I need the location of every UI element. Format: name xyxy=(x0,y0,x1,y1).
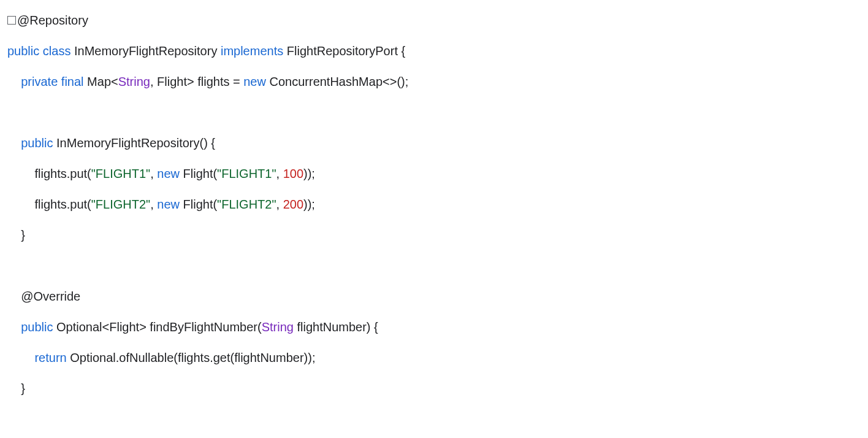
kw-private: private xyxy=(21,75,58,88)
kw-public: public xyxy=(21,136,53,150)
indent xyxy=(7,351,34,364)
num-200: 200 xyxy=(283,198,303,211)
put2-mid: , xyxy=(150,198,157,211)
put2-suffix: )); xyxy=(303,198,315,211)
brace-close: } xyxy=(21,382,25,395)
copy-icon[interactable] xyxy=(7,16,16,25)
put1-suffix: )); xyxy=(303,167,315,180)
brace: { xyxy=(208,136,215,150)
ctor-name: InMemoryFlightRepository() xyxy=(56,136,208,150)
indent xyxy=(7,198,34,211)
str-flight1b: "FLIGHT1" xyxy=(217,167,276,180)
class-name: InMemoryFlightRepository xyxy=(74,44,217,58)
map-decl-mid: , Flight> flights = xyxy=(150,75,243,88)
str-flight2: "FLIGHT2" xyxy=(91,198,150,211)
str-flight1: "FLIGHT1" xyxy=(91,167,150,180)
indent xyxy=(7,75,21,88)
kw-class: class xyxy=(43,44,71,58)
str-flight2b: "FLIGHT2" xyxy=(217,198,276,211)
annotation-override: @Override xyxy=(21,290,80,303)
comma: , xyxy=(276,198,283,211)
annotation-repository: @Repository xyxy=(17,13,88,27)
method-param-name: flightNumber) { xyxy=(294,320,378,334)
put1-mid: , xyxy=(150,167,157,180)
num-100: 100 xyxy=(283,167,303,180)
indent xyxy=(7,167,34,180)
indent xyxy=(7,228,21,242)
indent xyxy=(7,136,21,150)
kw-return: return xyxy=(34,351,66,364)
indent xyxy=(7,290,21,303)
put2-flight-ctor: Flight( xyxy=(180,198,217,211)
comma: , xyxy=(276,167,283,180)
kw-implements: implements xyxy=(221,44,283,58)
method-return-prefix: Optional<Flight> findByFlightNumber( xyxy=(53,320,262,334)
kw-public: public xyxy=(7,44,39,58)
map-decl-prefix: Map< xyxy=(87,75,118,88)
interface-name: FlightRepositoryPort xyxy=(287,44,398,58)
type-string: String xyxy=(262,320,294,334)
kw-new: new xyxy=(157,198,180,211)
brace-close: } xyxy=(21,228,25,242)
indent xyxy=(7,382,21,395)
put1-prefix: flights.put( xyxy=(34,167,91,180)
brace: { xyxy=(398,44,405,58)
type-string: String xyxy=(118,75,150,88)
put2-prefix: flights.put( xyxy=(34,198,91,211)
indent xyxy=(7,320,21,334)
kw-new: new xyxy=(157,167,180,180)
kw-final: final xyxy=(61,75,84,88)
put1-flight-ctor: Flight( xyxy=(180,167,217,180)
code-block: @Repository public class InMemoryFlightR… xyxy=(7,5,861,404)
kw-new: new xyxy=(243,75,266,88)
return-body: Optional.ofNullable(flights.get(flightNu… xyxy=(67,351,316,364)
kw-public: public xyxy=(21,320,53,334)
map-decl-suffix: ConcurrentHashMap<>(); xyxy=(266,75,408,88)
